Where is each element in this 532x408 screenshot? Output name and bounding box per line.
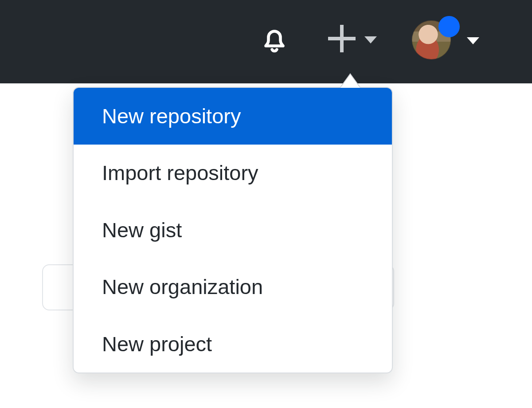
plus-icon xyxy=(328,25,356,52)
menu-pointer xyxy=(340,75,360,88)
menu-item-import-repository[interactable]: Import repository xyxy=(74,145,392,201)
user-menu-button[interactable] xyxy=(412,20,492,60)
create-menu: New repository Import repository New gis… xyxy=(73,87,393,373)
caret-down-icon xyxy=(467,37,479,44)
menu-item-new-gist[interactable]: New gist xyxy=(74,202,392,259)
menu-item-new-repository[interactable]: New repository xyxy=(74,88,392,145)
top-header xyxy=(0,0,532,83)
create-menu-button[interactable] xyxy=(328,22,381,58)
menu-item-new-organization[interactable]: New organization xyxy=(74,259,392,315)
caret-down-icon xyxy=(364,36,377,43)
notifications-button[interactable] xyxy=(258,24,290,56)
menu-item-new-project[interactable]: New project xyxy=(74,316,392,373)
bell-icon xyxy=(258,24,290,56)
status-dot-icon xyxy=(438,16,460,37)
